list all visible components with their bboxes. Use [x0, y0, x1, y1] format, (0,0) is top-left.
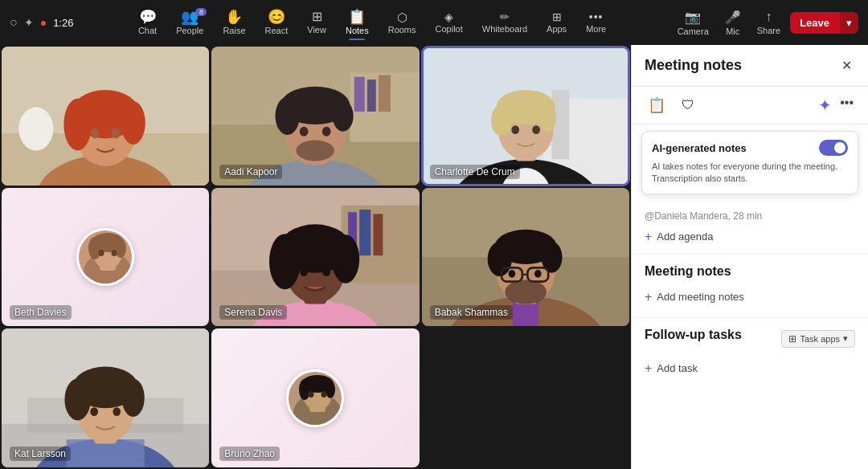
svg-point-61 — [301, 267, 309, 276]
raise-label: Raise — [223, 26, 245, 35]
whiteboard-label: Whiteboard — [482, 24, 527, 34]
mic-icon: 🎤 — [725, 10, 741, 25]
mic-label: Mic — [726, 27, 739, 36]
svg-point-36 — [511, 125, 519, 134]
add-notes-label: Add meeting notes — [657, 291, 743, 303]
add-task-label: Add task — [657, 362, 698, 374]
copilot-icon: ◈ — [444, 11, 453, 22]
timer: 1:26 — [53, 17, 73, 29]
meeting-notes-title: Meeting notes — [645, 264, 855, 279]
view-button[interactable]: ⊞ View — [299, 7, 334, 38]
camera-label: Camera — [678, 27, 709, 36]
task-apps-button[interactable]: ⊞ Task apps ▾ — [781, 330, 855, 348]
sparkle-icon: ✦ — [24, 16, 34, 29]
status-icon: ○ — [10, 15, 18, 30]
leave-dropdown[interactable]: ▾ — [839, 12, 858, 34]
agenda-section: @Daniela Mandera, 28 min + Add agenda — [632, 204, 868, 255]
top-bar-right: 📷 Camera 🎤 Mic ↑ Share Leave ▾ — [671, 6, 858, 39]
leave-button-wrapper: Leave ▾ — [790, 12, 858, 34]
svg-point-8 — [121, 101, 145, 145]
task-apps-icon: ⊞ — [788, 333, 796, 345]
task-apps-chevron: ▾ — [843, 333, 848, 344]
people-button[interactable]: 👥 8 People — [168, 6, 211, 39]
more-icon: ••• — [589, 11, 604, 22]
add-task-button[interactable]: + Add task — [645, 358, 698, 379]
leave-button[interactable]: Leave — [790, 12, 839, 34]
participant-cell-empty — [422, 328, 629, 467]
chat-button[interactable]: 💬 Chat — [130, 6, 165, 39]
view-icon: ⊞ — [312, 10, 322, 23]
apps-label: Apps — [547, 24, 567, 34]
shield-tab-icon[interactable]: 🛡 — [678, 95, 698, 116]
svg-rect-15 — [367, 80, 376, 112]
share-button[interactable]: ↑ Share — [751, 6, 787, 39]
top-bar-left: ○ ✦ ● 1:26 — [10, 15, 73, 30]
participant-cell-1 — [2, 47, 209, 186]
people-badge: 8 — [195, 8, 207, 16]
svg-point-21 — [276, 97, 300, 135]
more-button[interactable]: ••• More — [578, 8, 614, 37]
participant-name-beth: Beth Davies — [10, 305, 72, 320]
record-icon: ● — [40, 16, 47, 29]
chat-label: Chat — [138, 26, 157, 35]
apps-button[interactable]: ⊞ Apps — [538, 8, 575, 37]
svg-point-7 — [63, 99, 92, 151]
svg-point-43 — [88, 237, 101, 259]
svg-point-34 — [491, 104, 512, 136]
react-button[interactable]: 😊 React — [257, 6, 297, 39]
participant-cell-kat: Kat Larsson — [2, 328, 209, 467]
tasks-header: Follow-up tasks ⊞ Task apps ▾ — [645, 328, 855, 350]
participant-cell-serena: Serena Davis — [211, 188, 419, 327]
notes-button[interactable]: 📋 Notes — [338, 6, 377, 39]
sparkle-tab-icon[interactable]: ✦ — [817, 94, 833, 116]
add-agenda-label: Add agenda — [657, 230, 713, 243]
panel-title: Meeting notes — [645, 57, 832, 74]
people-label: People — [176, 26, 203, 35]
notes-tab-icon[interactable]: 📋 — [645, 93, 669, 117]
panel-header-icons: ✕ — [838, 55, 855, 76]
svg-rect-16 — [379, 75, 391, 112]
participant-cell-beth: Beth Davies — [2, 188, 209, 327]
copilot-button[interactable]: ◈ Copilot — [428, 8, 471, 37]
svg-point-96 — [299, 379, 310, 400]
svg-point-76 — [508, 270, 515, 278]
svg-point-99 — [321, 391, 327, 398]
mic-button[interactable]: 🎤 Mic — [719, 6, 747, 39]
svg-point-87 — [64, 379, 90, 421]
svg-point-89 — [90, 408, 98, 417]
add-agenda-button[interactable]: + Add agenda — [645, 226, 713, 247]
tab-more-icon[interactable]: ••• — [838, 94, 855, 116]
svg-point-62 — [323, 267, 331, 276]
close-icon[interactable]: ✕ — [838, 55, 855, 76]
panel-header: Meeting notes ✕ — [632, 45, 868, 87]
rooms-button[interactable]: ⬡ Rooms — [380, 8, 424, 38]
svg-point-88 — [122, 379, 145, 417]
svg-point-35 — [538, 104, 556, 132]
svg-point-9 — [91, 128, 100, 138]
camera-button[interactable]: 📷 Camera — [671, 6, 715, 39]
panel-tabs: 📋 🛡 ✦ ••• — [632, 87, 868, 124]
ai-notes-title: AI-generated notes — [652, 142, 747, 154]
mention-text: @Daniela Mandera, 28 min — [645, 210, 762, 222]
add-notes-button[interactable]: + Add meeting notes — [645, 287, 744, 308]
participant-cell-charlotte: Charlotte De Crum — [422, 47, 629, 186]
svg-rect-51 — [360, 210, 371, 255]
ai-notes-toggle[interactable] — [819, 140, 848, 156]
participant-name-aadi: Aadi Kapoor — [219, 165, 282, 179]
add-notes-icon: + — [645, 290, 652, 304]
beth-avatar-container — [76, 228, 134, 286]
whiteboard-icon: ✏ — [500, 11, 510, 22]
add-agenda-icon: + — [645, 230, 652, 244]
camera-icon: 📷 — [685, 10, 701, 25]
svg-point-98 — [309, 391, 314, 398]
raise-button[interactable]: ✋ Raise — [215, 6, 253, 39]
participant-name-charlotte: Charlotte De Crum — [430, 165, 520, 179]
participant-name-babak: Babak Shammas — [430, 305, 513, 320]
follow-up-title: Follow-up tasks — [645, 328, 742, 342]
whiteboard-button[interactable]: ✏ Whiteboard — [474, 8, 535, 37]
bruno-avatar-img — [289, 372, 344, 427]
participant-cell-bruno: Bruno Zhao — [211, 328, 419, 467]
svg-point-97 — [326, 381, 335, 398]
svg-rect-52 — [374, 214, 383, 255]
svg-point-37 — [532, 125, 540, 134]
